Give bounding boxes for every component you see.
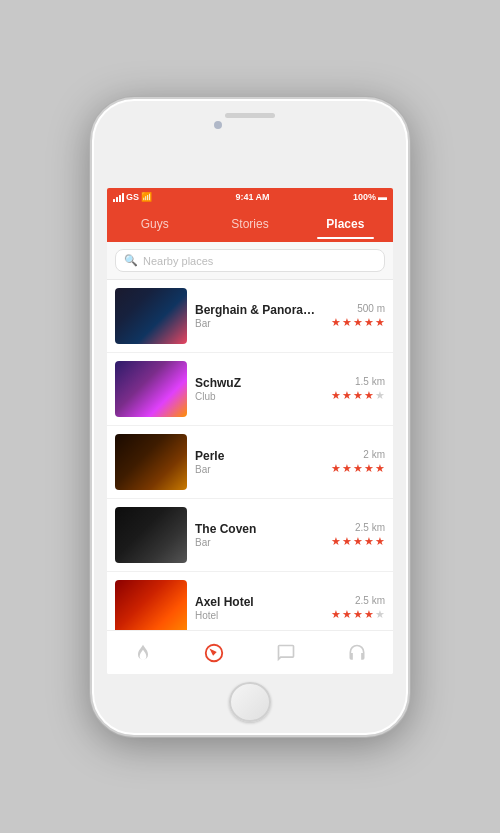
status-bar: GS 📶 9:41 AM 100% ▬ — [107, 188, 393, 206]
headphones-icon — [347, 643, 367, 663]
place-type: Club — [195, 391, 323, 402]
place-name: Axel Hotel — [195, 595, 323, 609]
search-icon: 🔍 — [124, 254, 138, 267]
star-1: ★ — [331, 389, 341, 402]
place-right: 1.5 km ★ ★ ★ ★ ★ — [331, 376, 385, 402]
place-right: 2 km ★ ★ ★ ★ ★ — [331, 449, 385, 475]
star-4: ★ — [364, 316, 374, 329]
place-type: Bar — [195, 464, 323, 475]
place-name: The Coven — [195, 522, 323, 536]
chat-icon — [276, 643, 296, 663]
place-name: Berghain & Panorama Bar — [195, 303, 323, 317]
place-distance: 500 m — [357, 303, 385, 314]
place-name: Perle — [195, 449, 323, 463]
search-bar: 🔍 Nearby places — [107, 242, 393, 280]
star-3: ★ — [353, 389, 363, 402]
place-info: Axel Hotel Hotel — [195, 595, 323, 621]
home-button[interactable] — [229, 682, 271, 722]
star-1: ★ — [331, 535, 341, 548]
place-info: SchwuZ Club — [195, 376, 323, 402]
nav-compass[interactable] — [179, 631, 251, 674]
list-item[interactable]: Perle Bar 2 km ★ ★ ★ ★ ★ — [107, 426, 393, 499]
place-name: SchwuZ — [195, 376, 323, 390]
stars-row: ★ ★ ★ ★ ★ — [331, 316, 385, 329]
status-left: GS 📶 — [113, 192, 152, 202]
star-1: ★ — [331, 462, 341, 475]
tab-places[interactable]: Places — [298, 209, 393, 239]
place-type: Hotel — [195, 610, 323, 621]
front-camera — [214, 121, 222, 129]
star-3: ★ — [353, 535, 363, 548]
battery-icon: ▬ — [378, 192, 387, 202]
place-info: The Coven Bar — [195, 522, 323, 548]
nav-chat[interactable] — [250, 631, 322, 674]
wifi-icon: 📶 — [141, 192, 152, 202]
signal-icon — [113, 193, 124, 202]
place-info: Berghain & Panorama Bar Bar — [195, 303, 323, 329]
place-thumbnail — [115, 361, 187, 417]
star-2: ★ — [342, 462, 352, 475]
place-distance: 2.5 km — [355, 595, 385, 606]
star-1: ★ — [331, 316, 341, 329]
star-2: ★ — [342, 316, 352, 329]
status-right: 100% ▬ — [353, 192, 387, 202]
place-right: 2.5 km ★ ★ ★ ★ ★ — [331, 522, 385, 548]
place-type: Bar — [195, 318, 323, 329]
nav-fire[interactable] — [107, 631, 179, 674]
star-2: ★ — [342, 389, 352, 402]
places-list: Berghain & Panorama Bar Bar 500 m ★ ★ ★ … — [107, 280, 393, 630]
star-5: ★ — [375, 535, 385, 548]
carrier-label: GS — [126, 192, 139, 202]
star-5: ★ — [375, 389, 385, 402]
star-2: ★ — [342, 608, 352, 621]
star-3: ★ — [353, 462, 363, 475]
battery-label: 100% — [353, 192, 376, 202]
tab-stories[interactable]: Stories — [202, 209, 297, 239]
stars-row: ★ ★ ★ ★ ★ — [331, 462, 385, 475]
bottom-nav — [107, 630, 393, 674]
list-item[interactable]: Axel Hotel Hotel 2.5 km ★ ★ ★ ★ ★ — [107, 572, 393, 630]
list-item[interactable]: Berghain & Panorama Bar Bar 500 m ★ ★ ★ … — [107, 280, 393, 353]
list-item[interactable]: SchwuZ Club 1.5 km ★ ★ ★ ★ ★ — [107, 353, 393, 426]
tab-bar: Guys Stories Places — [107, 206, 393, 242]
star-5: ★ — [375, 462, 385, 475]
place-right: 500 m ★ ★ ★ ★ ★ — [331, 303, 385, 329]
tab-places-label: Places — [326, 217, 364, 231]
place-thumbnail — [115, 434, 187, 490]
place-thumbnail — [115, 288, 187, 344]
list-item[interactable]: The Coven Bar 2.5 km ★ ★ ★ ★ ★ — [107, 499, 393, 572]
place-distance: 1.5 km — [355, 376, 385, 387]
star-5: ★ — [375, 608, 385, 621]
time-label: 9:41 AM — [235, 192, 269, 202]
star-4: ★ — [364, 535, 374, 548]
phone-device: GS 📶 9:41 AM 100% ▬ Guys Stories Places — [90, 97, 410, 737]
tab-guys[interactable]: Guys — [107, 209, 202, 239]
search-field-wrapper[interactable]: 🔍 Nearby places — [115, 249, 385, 272]
star-2: ★ — [342, 535, 352, 548]
place-thumbnail — [115, 580, 187, 630]
star-3: ★ — [353, 316, 363, 329]
place-right: 2.5 km ★ ★ ★ ★ ★ — [331, 595, 385, 621]
fire-icon — [133, 643, 153, 663]
phone-speaker — [225, 113, 275, 119]
compass-icon — [203, 642, 225, 664]
place-distance: 2.5 km — [355, 522, 385, 533]
nav-profile[interactable] — [322, 631, 394, 674]
stars-row: ★ ★ ★ ★ ★ — [331, 608, 385, 621]
tab-stories-label: Stories — [231, 217, 268, 231]
place-thumbnail — [115, 507, 187, 563]
star-4: ★ — [364, 462, 374, 475]
star-5: ★ — [375, 316, 385, 329]
stars-row: ★ ★ ★ ★ ★ — [331, 389, 385, 402]
place-distance: 2 km — [363, 449, 385, 460]
stars-row: ★ ★ ★ ★ ★ — [331, 535, 385, 548]
star-4: ★ — [364, 608, 374, 621]
star-1: ★ — [331, 608, 341, 621]
place-type: Bar — [195, 537, 323, 548]
star-3: ★ — [353, 608, 363, 621]
phone-screen: GS 📶 9:41 AM 100% ▬ Guys Stories Places — [107, 188, 393, 674]
star-4: ★ — [364, 389, 374, 402]
search-placeholder: Nearby places — [143, 255, 213, 267]
tab-guys-label: Guys — [141, 217, 169, 231]
place-info: Perle Bar — [195, 449, 323, 475]
